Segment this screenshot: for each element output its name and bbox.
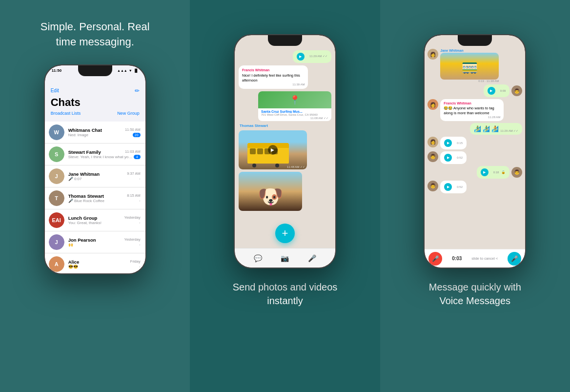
chat-time: 8:15 AM [127,193,141,199]
mic-icon[interactable]: 🎤 [308,254,316,262]
dog-visual: 🐶 [239,172,302,211]
chat-list-item[interactable]: TThomas Stewart8:15 AM🎤 Blue Rock Coffee… [45,187,145,209]
chat-time: Friday [130,259,141,265]
wifi-icon: ▼ [129,69,132,72]
audio-sent-bubble: ▶ 11:29 AM ✓✓ [293,50,331,63]
play-btn-6[interactable]: ▶ [444,183,452,191]
chat-arrow-icon: › [139,177,141,181]
thomas-avatar-2: 👨 [428,181,438,191]
mid-phone: ▶ 11:29 AM ✓✓ Francis Whitman Nice! I de… [234,34,336,268]
fab-button[interactable]: + [275,224,295,243]
chat-list-item[interactable]: WWhitmans Chat11:50 AMNed: Image20 [45,122,145,144]
thomas-voice-row: 👨 ▶ 0:52 [428,151,467,164]
play-btn-5[interactable]: ▶ [481,168,489,176]
record-time: 0:03 [452,256,462,261]
battery-icon: ▐▌ [134,69,139,72]
francis-avatar: 👩 [428,99,438,110]
right-bottom-text: Message quickly with Voice Messages [429,280,521,308]
left-panel-title: Simple. Personal. Real time messaging. [41,20,150,50]
chat-name: Thomas Stewart [68,193,104,199]
play-btn[interactable]: ▶ [297,53,305,61]
left-panel: Simple. Personal. Real time messaging. 1… [0,0,190,392]
chat-badge: 20 [133,133,141,137]
jane-tram-row: 👩 Jane Whitman 🚃 0:13 · 11:38 AM [428,49,499,83]
left-phone: 11:50 ▲▲▲ ▼ ▐▌ Edit ✏ Chats Broadcast Li… [44,64,146,274]
chat-avatar: S [49,146,64,162]
chats-subbar: Broadcast Lists New Group [51,111,140,116]
chat-avatar: T [49,190,64,206]
chat-arrow-icon: › [139,199,141,203]
video-play-btn[interactable]: ▶ [268,145,278,155]
chat-time: Yesterday [124,215,141,221]
chat-avatar: EAI [49,212,64,228]
francis-msg-row: 👩 Francis Whitman 😂😂 Anyone who wants to… [428,99,504,121]
chat-list-item[interactable]: JJane Whitman9:37 AM🎤 0:07› [45,165,145,187]
tram-body [247,143,289,164]
chat-list-item[interactable]: AAliceFriday😎😎› [45,253,145,273]
new-group-link[interactable]: New Group [117,111,140,116]
chat-arrow-icon: › [139,243,141,247]
chat-list: WWhitmans Chat11:50 AMNed: Image20SStewa… [45,122,145,273]
right-chat-screen: 👩 Jane Whitman 🚃 0:13 · 11:38 AM [425,35,525,268]
chat-preview: 🙌 [68,243,73,247]
phone-notch [78,65,112,76]
location-bubble: 📍 Santa Cruz Surfing Mus... 701 West Cli… [258,91,331,121]
thomas-voice-row-2: 👨 ▶ 0:52 [428,181,467,193]
chat-preview: Ned: Image [68,133,88,137]
chat-avatar: W [49,124,64,140]
camera-icon[interactable]: 📷 [281,254,289,262]
mid-chat-screen: ▶ 11:29 AM ✓✓ Francis Whitman Nice! I de… [235,35,335,268]
self-avatar-2: 👨 [511,167,522,178]
chat-arrow-icon: › [139,221,141,225]
chat-preview: Steve: Yeah, I think I know what you m..… [68,155,134,159]
thomas-sender-label: Thomas Stewart [239,124,268,128]
chat-time: 11:03 AM [125,149,141,155]
chat-avatar: J [49,234,64,250]
chat-name: Stewart Family [68,149,101,155]
tram-image-bubble: ▶ 11:48 AM ✓✓ [239,130,307,169]
chats-header: Edit ✏ Chats Broadcast Lists New Group [45,74,145,122]
voice-msg-area: 👩 Jane Whitman 🚃 0:13 · 11:38 AM [425,35,525,268]
mid-panel: ▶ 11:29 AM ✓✓ Francis Whitman Nice! I de… [190,0,380,392]
chat-avatar: A [49,256,64,272]
map-preview: 📍 [258,91,331,108]
chats-top-bar: Edit ✏ [51,87,140,94]
chats-title: Chats [51,96,140,109]
record-mic-button[interactable]: 🎤 [428,252,442,266]
chat-name: Lunch Group [68,215,98,221]
jane-tram-img: 🚃 [440,53,499,80]
compose-icon[interactable]: ✏ [135,87,140,94]
tram-visual: ▶ 11:48 AM ✓✓ [239,130,307,169]
jane-voice-row: 👩 ▶ 0:15 [428,137,467,149]
chat-arrow-icon: › [139,265,141,269]
mid-bubble-area: ▶ 11:29 AM ✓✓ Francis Whitman Nice! I de… [235,47,335,214]
right-phone: 👩 Jane Whitman 🚃 0:13 · 11:38 AM [424,34,526,268]
broadcast-lists-link[interactable]: Broadcast Lists [51,111,81,116]
record-wave-button[interactable]: 🎤 [508,252,521,266]
phone-notch-right [458,35,492,46]
self-avatar: 👨 [511,85,522,96]
chat-list-item[interactable]: EAILunch GroupYesterdayYou: Great, thank… [45,209,145,231]
emoji-sent: 🏄‍♂️🏄‍♂️🏄 11:29 AM ✓✓ [470,123,522,135]
text-received-bubble: Francis Whitman Nice! I definitely feel … [239,65,308,89]
chat-list-item[interactable]: SStewart Family11:03 AMSteve: Yeah, I th… [45,144,145,165]
chat-preview: You: Great, thanks! [68,221,102,225]
play-btn-4[interactable]: ▶ [444,154,452,162]
sent-voice-1: ▶ 0:09 👨 [484,84,523,97]
jane-avatar: 👩 [428,49,438,60]
thomas-avatar: 👨 [428,151,438,162]
mid-bottom-text: Send photos and videos instantly [233,280,338,308]
edit-button[interactable]: Edit [51,88,59,93]
jane-avatar-2: 👩 [428,137,438,147]
phone-notch-mid [268,35,302,46]
chat-preview: 😎😎 [68,265,78,269]
play-button[interactable]: ▶ [488,87,495,95]
play-btn-3[interactable]: ▶ [444,139,452,147]
chat-time: 11:50 AM [125,127,141,133]
chat-name: Jon Pearson [68,237,96,243]
chat-icon[interactable]: 💬 [254,254,262,262]
signal-icon: ▲▲▲ [117,69,127,72]
chat-list-item[interactable]: JJon PearsonYesterday🙌› [45,231,145,253]
chat-input-bar: 💬 📷 🎤 [235,248,335,268]
chat-time: 9:37 AM [127,171,141,177]
